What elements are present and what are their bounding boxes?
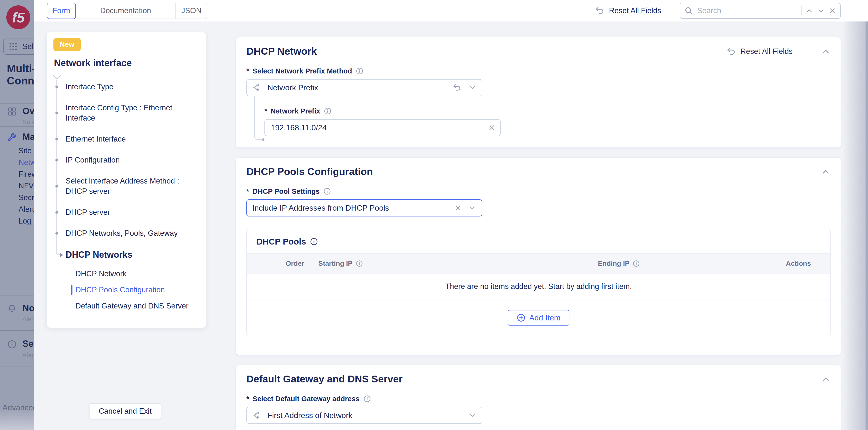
wizard-title: Network interface bbox=[54, 58, 132, 68]
clear-field-icon[interactable] bbox=[488, 124, 496, 131]
sidebar-divider bbox=[0, 296, 34, 296]
sidebar-item-sites[interactable]: Site M bbox=[19, 147, 34, 155]
tab-documentation[interactable]: Documentation bbox=[76, 3, 176, 19]
step-dhcp-networks-pools-gateway[interactable]: DHCP Networks, Pools, Gateway bbox=[66, 228, 200, 239]
sidebar-item-advanced[interactable]: Advanced bbox=[2, 403, 34, 412]
substep-dhcp-pools-configuration[interactable]: DHCP Pools Configuration bbox=[75, 285, 200, 295]
search-icon bbox=[684, 6, 693, 16]
column-order: Order bbox=[286, 260, 318, 268]
card-reset-label: Reset All Fields bbox=[740, 47, 793, 56]
triangle-right-icon bbox=[60, 253, 63, 257]
sidebar-divider bbox=[0, 330, 34, 331]
sidebar-item-logs[interactable]: Log N bbox=[19, 217, 34, 225]
pool-settings-select[interactable]: Include IP Addresses from DHCP Pools bbox=[246, 199, 482, 216]
collapse-section-icon[interactable] bbox=[821, 47, 831, 56]
wrench-icon bbox=[7, 132, 17, 143]
network-prefix-label: * Network Prefix bbox=[265, 107, 831, 115]
dashboard-grid-icon bbox=[7, 106, 17, 117]
workspace-title: Multi-C Connec bbox=[7, 62, 34, 87]
info-icon[interactable] bbox=[355, 67, 364, 75]
step-group-dhcp-networks[interactable]: DHCP Networks bbox=[66, 249, 200, 260]
page-scroll-edge[interactable] bbox=[866, 22, 868, 430]
add-item-label: Add Item bbox=[529, 313, 560, 322]
table-header-row: Order Starting IP Ending IP bbox=[247, 253, 831, 274]
f5-logo[interactable]: f5 bbox=[6, 5, 30, 29]
sidebar-item-firewall[interactable]: Firew bbox=[19, 170, 34, 179]
info-icon[interactable] bbox=[632, 260, 640, 268]
search-clear-icon[interactable] bbox=[829, 7, 836, 14]
step-address-method[interactable]: Select Interface Address Method : DHCP s… bbox=[66, 176, 200, 196]
f5-logo-text: f5 bbox=[12, 9, 25, 26]
pool-settings-label: * DHCP Pool Settings bbox=[246, 187, 831, 195]
cancel-and-exit-button[interactable]: Cancel and Exit bbox=[89, 403, 161, 419]
column-ending-ip: Ending IP bbox=[598, 260, 784, 268]
screen: f5 Sele Multi-C Connec Over Netwo bbox=[0, 0, 868, 430]
right-edge-fade bbox=[842, 22, 866, 430]
step-interface-config-type[interactable]: Interface Config Type : Ethernet Interfa… bbox=[66, 103, 200, 123]
info-icon[interactable] bbox=[323, 107, 332, 115]
column-actions: Actions bbox=[784, 260, 811, 268]
gateway-address-label: * Select Default Gateway address bbox=[246, 395, 831, 403]
dhcp-pools-card: DHCP Pools Configuration * DHCP Pool Set… bbox=[236, 157, 842, 355]
shuffle-icon bbox=[252, 410, 262, 420]
step-ethernet-interface[interactable]: Ethernet Interface bbox=[66, 134, 200, 144]
sidebar-divider bbox=[0, 126, 34, 127]
collapse-section-icon[interactable] bbox=[821, 374, 831, 384]
column-starting-ip: Starting IP bbox=[318, 260, 598, 268]
form-overlay: Form Documentation JSON Reset All Fields bbox=[34, 0, 868, 430]
chevron-down-icon[interactable] bbox=[468, 411, 476, 420]
select-service-label: Sele bbox=[23, 42, 34, 51]
add-item-button[interactable]: Add Item bbox=[508, 310, 569, 326]
search-separator bbox=[801, 6, 802, 16]
substep-default-gateway-dns[interactable]: Default Gateway and DNS Server bbox=[75, 301, 200, 311]
search-next-icon[interactable] bbox=[817, 7, 825, 15]
step-dhcp-server[interactable]: DHCP server bbox=[66, 207, 200, 217]
wizard-nav-panel: New Network interface Interface Type Int… bbox=[46, 32, 206, 328]
chevron-down-icon[interactable] bbox=[468, 84, 476, 92]
sidebar-item-nfv[interactable]: NFV bbox=[19, 182, 34, 190]
info-icon[interactable] bbox=[355, 260, 363, 268]
sidebar-item-overview[interactable]: Over Netwo bbox=[7, 106, 34, 126]
reset-all-fields-button[interactable]: Reset All Fields bbox=[595, 6, 661, 16]
reset-field-icon[interactable] bbox=[453, 83, 462, 92]
tab-form[interactable]: Form bbox=[47, 3, 76, 19]
sidebar-item-alerts[interactable]: Alert bbox=[19, 205, 34, 214]
stepper-line bbox=[56, 80, 57, 245]
tab-json[interactable]: JSON bbox=[176, 3, 207, 19]
default-gateway-card: Default Gateway and DNS Server * Select … bbox=[236, 365, 842, 430]
step-interface-type[interactable]: Interface Type bbox=[66, 82, 200, 92]
gateway-address-select[interactable]: First Address of Network bbox=[246, 407, 482, 424]
overlay-content: New Network interface Interface Type Int… bbox=[34, 22, 868, 430]
sidebar-item-secrets[interactable]: Secre bbox=[19, 193, 34, 202]
info-icon[interactable] bbox=[310, 237, 318, 246]
dhcp-pools-table: DHCP Pools Order Starting IP bbox=[246, 229, 831, 336]
table-empty-message: There are no items added yet. Start by a… bbox=[247, 274, 831, 300]
search-input[interactable] bbox=[697, 6, 798, 16]
substep-dhcp-network[interactable]: DHCP Network bbox=[75, 269, 200, 279]
reset-all-fields-label: Reset All Fields bbox=[609, 6, 661, 15]
card-reset-all-fields-button[interactable]: Reset All Fields bbox=[726, 47, 793, 57]
collapse-section-icon[interactable] bbox=[821, 167, 831, 177]
network-prefix-input[interactable] bbox=[265, 119, 501, 136]
default-gateway-title: Default Gateway and DNS Server bbox=[246, 373, 403, 385]
undo-icon bbox=[726, 47, 737, 57]
prefix-method-select[interactable]: Network Prefix bbox=[246, 79, 482, 96]
wizard-steps: Interface Type Interface Config Type : E… bbox=[46, 75, 206, 328]
shuffle-icon bbox=[252, 83, 262, 92]
sidebar-item-manage[interactable]: Man bbox=[7, 132, 34, 143]
chevron-down-icon[interactable] bbox=[468, 204, 476, 212]
info-icon[interactable] bbox=[363, 395, 371, 403]
bell-icon bbox=[7, 304, 17, 314]
clear-field-icon[interactable] bbox=[454, 204, 462, 212]
search-box bbox=[680, 3, 841, 19]
step-ip-configuration[interactable]: IP Configuration bbox=[66, 155, 200, 165]
sidebar-item-network[interactable]: Netw bbox=[19, 158, 34, 167]
select-service-button[interactable]: Sele bbox=[3, 38, 34, 55]
info-icon[interactable] bbox=[323, 187, 331, 195]
grid-dots-icon bbox=[8, 42, 18, 52]
connector-line bbox=[254, 96, 264, 140]
dhcp-network-title: DHCP Network bbox=[246, 45, 317, 57]
sidebar-item-notifications[interactable]: Noti Alerts bbox=[7, 303, 34, 323]
search-prev-icon[interactable] bbox=[805, 7, 813, 15]
sidebar-item-service[interactable]: Serv About bbox=[7, 339, 34, 359]
